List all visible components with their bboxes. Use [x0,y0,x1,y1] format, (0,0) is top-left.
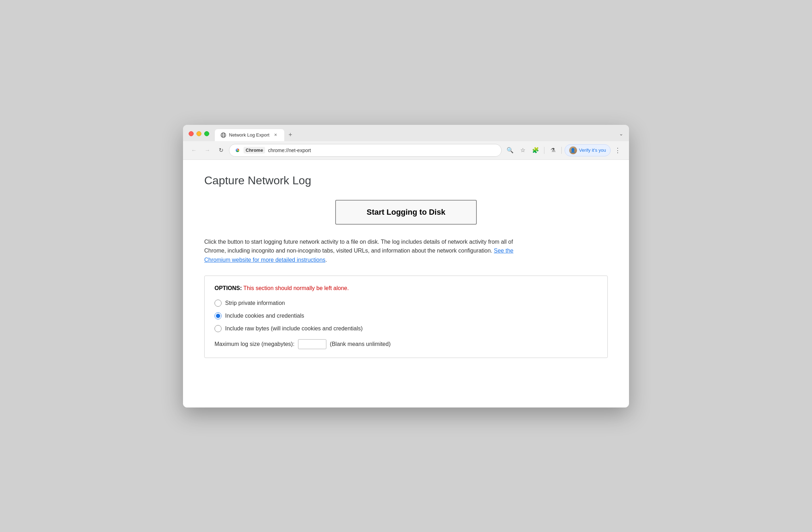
minimize-button[interactable] [196,131,201,136]
options-box: OPTIONS: This section should normally be… [204,276,608,358]
active-tab[interactable]: Network Log Export ✕ [215,129,284,141]
close-button[interactable] [189,131,194,136]
options-header: OPTIONS: This section should normally be… [215,284,597,292]
zoom-button[interactable]: 🔍 [504,145,516,156]
radio-strip[interactable] [215,300,222,307]
radio-cookies-label: Include cookies and credentials [225,313,304,319]
radio-item-strip[interactable]: Strip private information [215,300,597,307]
address-bar[interactable]: Chrome chrome://net-export [229,144,502,157]
radio-rawbytes[interactable] [215,325,222,332]
max-size-hint: (Blank means unlimited) [330,341,391,347]
maximize-button[interactable] [204,131,209,136]
page-title: Capture Network Log [204,174,608,187]
back-icon: ← [191,147,197,154]
reload-icon: ↻ [219,147,223,154]
new-tab-button[interactable]: + [285,130,296,140]
tab-close-button[interactable]: ✕ [272,132,279,138]
star-icon: ☆ [520,147,525,154]
toolbar-divider [544,147,544,154]
bookmark-button[interactable]: ☆ [517,145,528,156]
description-text: Click the button to start logging future… [204,237,523,265]
options-header-warning: This section should normally be left alo… [242,285,349,291]
avatar: 👤 [569,146,577,154]
max-size-input[interactable] [298,339,326,349]
window-chevron-icon[interactable]: ⌄ [619,131,623,137]
start-logging-button[interactable]: Start Logging to Disk [335,200,477,225]
traffic-lights [189,131,209,139]
extension-button[interactable]: 🧩 [530,145,541,156]
radio-item-cookies[interactable]: Include cookies and credentials [215,312,597,319]
extension-icon: 🧩 [532,147,539,154]
zoom-icon: 🔍 [507,147,514,154]
forward-button[interactable]: → [202,145,213,156]
menu-icon: ⋮ [614,146,621,154]
tab-title: Network Log Export [229,132,269,138]
flask-button[interactable]: ⚗ [547,145,559,156]
reload-button[interactable]: ↻ [216,145,226,156]
chrome-label: Chrome [244,147,265,154]
flask-icon: ⚗ [550,147,555,154]
page-content: Capture Network Log Start Logging to Dis… [183,160,629,407]
window-controls-right: ⌄ [619,131,623,139]
url-text: chrome://net-export [268,148,496,153]
toolbar: ← → ↻ Chrome chrome://net-export 🔍 [183,141,629,160]
options-header-bold: OPTIONS: [215,285,242,291]
radio-group: Strip private information Include cookie… [215,300,597,332]
menu-button[interactable]: ⋮ [612,145,623,156]
back-button[interactable]: ← [189,145,199,156]
globe-icon [221,132,226,138]
description-body: Click the button to start logging future… [204,239,513,254]
radio-rawbytes-label: Include raw bytes (will include cookies … [225,325,363,332]
browser-window: Network Log Export ✕ + ⌄ ← → ↻ [183,125,629,407]
toolbar-icons: 🔍 ☆ 🧩 ⚗ 👤 Verify it's you ⋮ [504,144,623,156]
link-suffix: . [325,257,327,263]
verify-label: Verify it's you [579,148,606,153]
radio-strip-label: Strip private information [225,300,285,306]
verify-button[interactable]: 👤 Verify it's you [565,144,611,156]
tabs-row: Network Log Export ✕ + [215,129,613,141]
radio-cookies[interactable] [215,312,222,319]
max-size-label: Maximum log size (megabytes): [215,341,295,347]
toolbar-divider-2 [561,147,562,154]
radio-item-rawbytes[interactable]: Include raw bytes (will include cookies … [215,325,597,332]
forward-icon: → [205,147,210,154]
title-bar: Network Log Export ✕ + ⌄ [183,125,629,141]
chrome-logo-icon [234,147,241,154]
max-size-row: Maximum log size (megabytes): (Blank mea… [215,339,597,349]
